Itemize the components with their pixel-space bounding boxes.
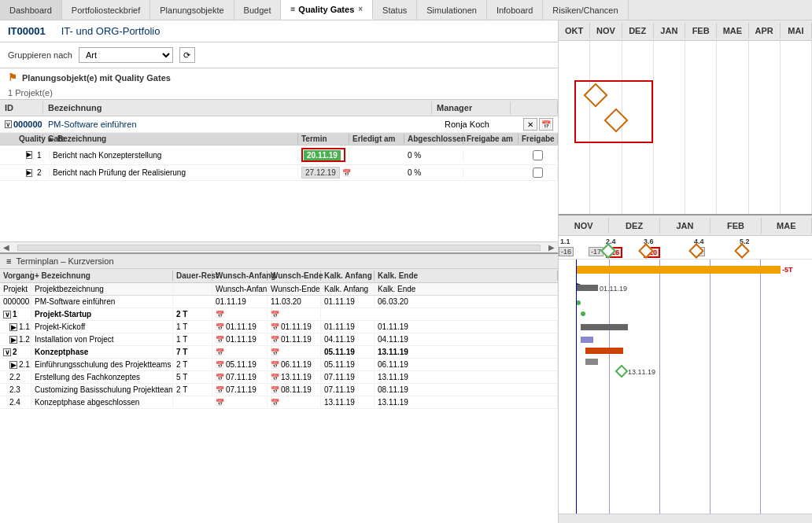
- tp-th-bezeichnung: + Bezeichnung: [31, 271, 173, 281]
- tp-id-2: ∨2: [0, 347, 31, 357]
- tp-th-kalk-ende: Kalk. Ende: [375, 271, 558, 281]
- qg1-checkbox[interactable]: [533, 150, 543, 160]
- main-area: IT00001 IT- und ORG-Portfolio Gruppieren…: [0, 20, 812, 523]
- expand-2-1-btn[interactable]: ▶: [9, 361, 17, 369]
- tab-quality-gates[interactable]: ≡ Quality Gates ×: [281, 0, 373, 20]
- bottom-scrollbar[interactable]: [559, 514, 812, 523]
- tp-row-1-2: ▶1.2 Installation von Project 1 T 📅01.11…: [0, 333, 558, 346]
- left-panel: IT00001 IT- und ORG-Portfolio Gruppieren…: [0, 20, 559, 523]
- month-mae: MAE: [717, 23, 748, 39]
- expand-qg2-btn[interactable]: ▶: [26, 169, 32, 177]
- task-dot-1-2: [581, 311, 585, 316]
- project-count: 1 Projekt(e): [0, 87, 558, 99]
- task-bar-2-3: [585, 359, 598, 365]
- project-manager: Ronja Koch: [445, 120, 523, 129]
- qg1-date-badge: 20.11.19: [304, 150, 341, 160]
- lower-month-jan: JAN: [660, 218, 710, 234]
- portfolio-id: IT00001: [8, 25, 46, 37]
- scroll-left-btn[interactable]: ◀: [0, 243, 13, 252]
- gantt-col-mae: [717, 41, 748, 214]
- vline-mae: [760, 260, 761, 514]
- gantt-upper-months: OKT NOV DEZ JAN FEB MAE APR MAI: [559, 20, 812, 41]
- section-title: ⚑ Planungsobjekt(e) mit Quality Gates: [0, 68, 558, 87]
- tab-portfoliosteckbrief[interactable]: Portfoliosteckbrief: [62, 0, 150, 20]
- lower-month-nov: NOV: [559, 218, 609, 234]
- project-id: 000000: [13, 120, 48, 129]
- expand-qg1-btn[interactable]: ▶: [26, 151, 32, 159]
- month-dez: DEZ: [622, 23, 654, 39]
- date-label-1-1: 01.11.19: [600, 285, 627, 293]
- terminplan-section: ≡ Terminplan – Kurzversion Vorgang + Bez…: [0, 252, 558, 523]
- qg-th-termin: Termin: [298, 134, 349, 144]
- qg-th-abgeschlossen: Abgeschlossen: [404, 134, 463, 144]
- scroll-track[interactable]: [17, 245, 541, 251]
- portfolio-header: IT00001 IT- und ORG-Portfolio: [0, 20, 558, 42]
- tp-project-main-row: 000000 PM-Software einführen 01.11.19 11…: [0, 296, 558, 308]
- expand-1-btn[interactable]: ∨: [3, 311, 11, 319]
- lower-month-mae: MAE: [762, 218, 812, 234]
- tp-name-2-4: Konzeptphase abgeschlossen: [31, 397, 173, 407]
- terminplan-header: ≡ Terminplan – Kurzversion: [0, 254, 558, 269]
- tp-project-header: Projekt Projektbezeichnung Wunsch-Anfang…: [0, 283, 558, 296]
- project-name: PM-Software einführen: [48, 120, 445, 129]
- group-by-select[interactable]: Art: [79, 47, 173, 63]
- expand-2-btn[interactable]: ∨: [3, 348, 11, 356]
- tp-id-1-2: ▶1.2: [0, 334, 31, 344]
- expand-1-2-btn[interactable]: ▶: [9, 336, 17, 344]
- month-jan: JAN: [654, 23, 685, 39]
- project-gantt-bar: [576, 266, 781, 274]
- qg2-freigabe-am: [463, 172, 519, 174]
- qg-row-2: ▶ 2 Bericht nach Prüfung der Realisierun…: [0, 165, 558, 181]
- month-apr: APR: [749, 23, 781, 39]
- tp-dauer-1: 2 T: [173, 309, 212, 319]
- expand-project-btn[interactable]: ∨: [5, 120, 12, 128]
- month-feb: FEB: [685, 23, 717, 39]
- tab-simulationen[interactable]: Simulationen: [417, 0, 487, 20]
- tp-th-dauer: Dauer-Rest: [173, 271, 212, 281]
- tp-th-kalk-anfang: Kalk. Anfang: [321, 271, 375, 281]
- terminplan-rows: ∨1 Projekt-Startup 2 T 📅 📅 ▶1.1 Projekt-…: [0, 308, 558, 523]
- horizontal-scrollbar-upper[interactable]: ◀ ▶: [0, 241, 558, 252]
- qg2-id: 2: [34, 168, 50, 178]
- tp-proj-kanfang-lbl: Kalk. Anfang: [321, 284, 375, 294]
- qg-th-freigabe: Freigabe: [519, 134, 558, 144]
- tp-row-2-1: ▶2.1 Einführungsschulung des Projektteam…: [0, 359, 558, 371]
- tab-infoboard[interactable]: Infoboard: [487, 0, 543, 20]
- tab-dashboard[interactable]: Dashboard: [0, 0, 62, 20]
- ms-diamond-5-2: [734, 243, 750, 259]
- tab-budget[interactable]: Budget: [234, 0, 282, 20]
- tp-id-2-1: ▶2.1: [0, 359, 31, 370]
- group-by-row: Gruppieren nach Art ⟳: [0, 42, 558, 68]
- task-bar-2-1: [581, 337, 593, 343]
- qg-th-erledigt: Erledigt am: [349, 134, 404, 144]
- flag-icon: ⚑: [8, 72, 17, 83]
- qg1-freigabe-am: [463, 154, 519, 156]
- tp-name-2-2: Erstellung des Fachkonzeptes: [31, 372, 173, 382]
- tp-row-1-1: ▶1.1 Projekt-Kickoff 1 T 📅01.11.19 📅01.1…: [0, 321, 558, 333]
- qg2-date-badge: 27.12.19: [301, 167, 340, 179]
- tab-status[interactable]: Status: [373, 0, 417, 20]
- terminplan-table-header: Vorgang + Bezeichnung Dauer-Rest Wunsch-…: [0, 269, 558, 283]
- tp-proj-kende: 06.03.20: [375, 296, 558, 307]
- vline-dez: [609, 260, 610, 514]
- qg1-erledigt: [349, 154, 404, 156]
- close-btn[interactable]: ✕: [523, 118, 537, 131]
- scroll-right-btn[interactable]: ▶: [545, 243, 558, 252]
- vline-feb: [710, 260, 710, 514]
- calendar-btn[interactable]: 📅: [539, 118, 553, 131]
- upper-table-area: ⚑ Planungsobjekt(e) mit Quality Gates 1 …: [0, 68, 558, 241]
- qg2-termin: 27.12.19 📅: [298, 168, 349, 178]
- top-navigation: Dashboard Portfoliosteckbrief Planungsob…: [0, 0, 812, 20]
- tab-planungsobjekte[interactable]: Planungsobjekte: [150, 0, 234, 20]
- qg2-checkbox[interactable]: [533, 168, 543, 178]
- month-mai: MAI: [781, 23, 812, 39]
- tp-proj-name: PM-Software einführen: [31, 296, 173, 307]
- tp-proj-id: 000000: [0, 296, 31, 307]
- tp-proj-kanfang: 01.11.19: [321, 296, 375, 307]
- close-tab-icon[interactable]: ×: [358, 5, 363, 13]
- tp-proj-label: Projekt: [0, 284, 31, 294]
- group-icon-button[interactable]: ⟳: [179, 47, 195, 63]
- expand-1-1-btn[interactable]: ▶: [9, 323, 17, 331]
- tp-name-1-2: Installation von Project: [31, 334, 173, 344]
- tab-risiken[interactable]: Risiken/Chancen: [543, 0, 628, 20]
